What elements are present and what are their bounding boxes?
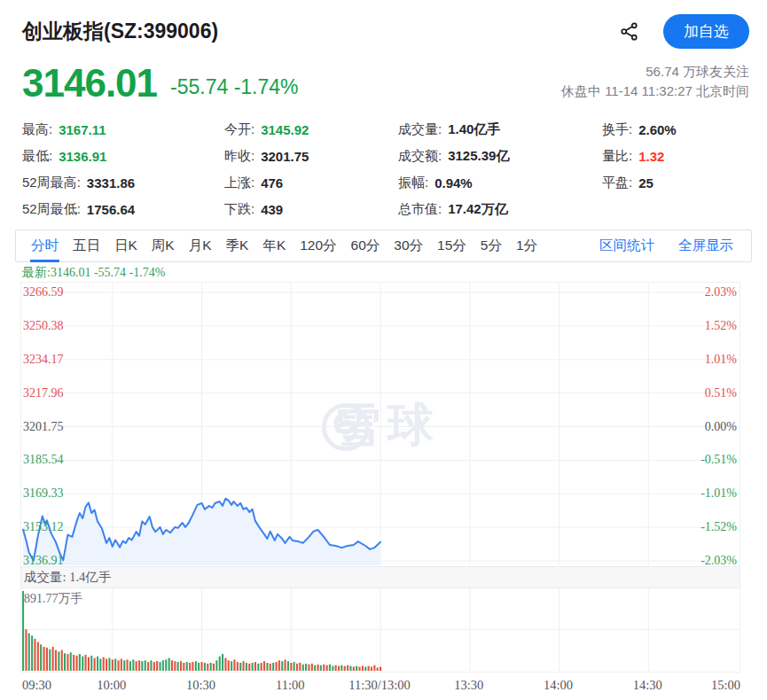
time-tick: 09:30: [22, 678, 51, 693]
tab-五日[interactable]: 五日: [66, 230, 107, 261]
time-tick: 13:30: [454, 678, 483, 693]
stat-label: 52周最低:: [22, 201, 81, 218]
stats-column-1: 最高:3167.11最低:3136.9152周最高:3331.8652周最低:1…: [22, 116, 224, 222]
stat-value: 17.42万亿: [448, 201, 508, 218]
tab-1分[interactable]: 1分: [509, 230, 544, 261]
stats-column-2: 今开:3145.92昨收:3201.75上涨:476下跌:439: [224, 116, 398, 222]
current-price: 3146.01: [22, 66, 157, 101]
tab-5分[interactable]: 5分: [474, 230, 509, 261]
stat-item: 下跌:439: [224, 196, 398, 222]
page-title: 创业板指(SZ:399006): [22, 18, 218, 45]
stat-item: 平盘:25: [602, 169, 767, 196]
add-watchlist-button[interactable]: 加自选: [663, 14, 749, 49]
stat-value: 3201.75: [261, 149, 309, 164]
tab-日K[interactable]: 日K: [107, 230, 145, 261]
link-全屏显示[interactable]: 全屏显示: [678, 237, 733, 255]
stat-item: 成交量:1.40亿手: [398, 116, 602, 143]
followers-count: 56.74 万球友关注: [561, 62, 749, 82]
tab-120分[interactable]: 120分: [293, 230, 343, 261]
chart-tabbar: 分时五日日K周K月K季K年K120分60分30分15分5分1分 区间统计全屏显示: [15, 229, 752, 262]
stat-label: 换手:: [602, 121, 632, 138]
tab-年K[interactable]: 年K: [255, 230, 293, 261]
tab-季K[interactable]: 季K: [219, 230, 256, 261]
stat-value: 3136.91: [59, 149, 106, 164]
stat-label: 今开:: [224, 121, 254, 138]
stat-value: 3145.92: [261, 122, 309, 137]
stats-column-3: 成交量:1.40亿手成交额:3125.39亿振幅:0.94%总市值:17.42万…: [398, 116, 602, 222]
stat-label: 量比:: [602, 148, 632, 165]
stat-value: 25: [638, 175, 654, 191]
stat-label: 成交量:: [398, 121, 442, 138]
volume-title-band: 成交量: 1.4亿手: [20, 566, 740, 588]
stat-item: 昨收:3201.75: [224, 143, 398, 169]
link-区间统计[interactable]: 区间统计: [599, 237, 654, 255]
stat-label: 平盘:: [602, 175, 632, 191]
market-status: 休盘中 11-14 11:32:27 北京时间: [561, 82, 749, 101]
share-icon: [619, 21, 639, 42]
stat-value: 2.60%: [638, 122, 677, 137]
stats-grid: 最高:3167.11最低:3136.9152周最高:3331.8652周最低:1…: [0, 101, 767, 222]
page-header: 创业板指(SZ:399006) 加自选 3146.01 -55.74 -1.74…: [0, 0, 767, 101]
tab-分时[interactable]: 分时: [24, 230, 66, 261]
tab-周K[interactable]: 周K: [145, 230, 182, 261]
time-tick: 14:30: [633, 678, 662, 693]
share-button[interactable]: [619, 21, 639, 42]
stat-label: 上涨:: [224, 175, 254, 191]
stat-value: 439: [261, 202, 283, 217]
tab-60分[interactable]: 60分: [344, 230, 387, 261]
latest-quote-line: 最新:3146.01 -55.74 -1.74%: [22, 266, 767, 279]
stat-label: 昨收:: [224, 148, 254, 165]
stat-label: 最高:: [22, 121, 52, 138]
time-tick: 14:00: [544, 678, 573, 693]
price-pane[interactable]: 雪球 3266.593250.383234.173217.963201.7531…: [20, 282, 740, 566]
chart-area: 雪球 3266.593250.383234.173217.963201.7531…: [20, 282, 740, 696]
time-tick: 10:30: [186, 678, 215, 693]
time-tick: 10:00: [97, 678, 126, 693]
time-axis: 09:3010:0010:3011:0011:30/13:0013:3014:0…: [20, 673, 740, 696]
volume-title: 成交量: 1.4亿手: [24, 569, 111, 586]
time-tick: 11:30/13:00: [348, 678, 411, 693]
stats-column-4: 换手:2.60%量比:1.32平盘:25: [602, 116, 767, 222]
tab-月K[interactable]: 月K: [182, 230, 219, 261]
stat-label: 振幅:: [398, 175, 428, 191]
stat-value: 476: [261, 175, 283, 191]
tab-30分[interactable]: 30分: [387, 230, 430, 261]
stat-value: 1.32: [638, 149, 664, 164]
time-tick: 11:00: [276, 678, 305, 693]
stat-item: 上涨:476: [224, 169, 398, 196]
stat-label: 总市值:: [398, 201, 442, 218]
stat-item: 52周最高:3331.86: [22, 169, 224, 196]
stat-value: 1.40亿手: [448, 121, 500, 138]
price-change: -55.74 -1.74%: [170, 75, 298, 101]
stat-value: 3125.39亿: [448, 148, 509, 165]
stat-item: 振幅:0.94%: [398, 169, 602, 196]
stat-label: 下跌:: [224, 201, 254, 218]
stat-item: 总市值:17.42万亿: [398, 196, 602, 222]
stat-label: 最低:: [22, 148, 52, 165]
stat-value: 3331.86: [87, 175, 135, 191]
stat-label: 52周最高:: [22, 175, 81, 191]
stat-item: 量比:1.32: [602, 143, 767, 169]
stat-value: 0.94%: [434, 175, 473, 191]
stat-item: 成交额:3125.39亿: [398, 143, 602, 169]
stat-item: 今开:3145.92: [224, 116, 398, 143]
volume-pane[interactable]: 891.77万手: [20, 588, 740, 673]
stat-item: 最高:3167.11: [22, 116, 224, 143]
price-line-chart: [21, 283, 740, 565]
stat-label: 成交额:: [398, 148, 442, 165]
stat-item: 换手:2.60%: [602, 116, 767, 143]
stat-item: 最低:3136.91: [22, 143, 224, 169]
volume-bar-chart: [21, 588, 740, 671]
stat-item: 52周最低:1756.64: [22, 196, 224, 222]
stat-value: 1756.64: [87, 202, 135, 217]
stat-value: 3167.11: [59, 122, 106, 137]
time-tick: 15:00: [711, 678, 740, 693]
tab-15分[interactable]: 15分: [430, 230, 474, 261]
